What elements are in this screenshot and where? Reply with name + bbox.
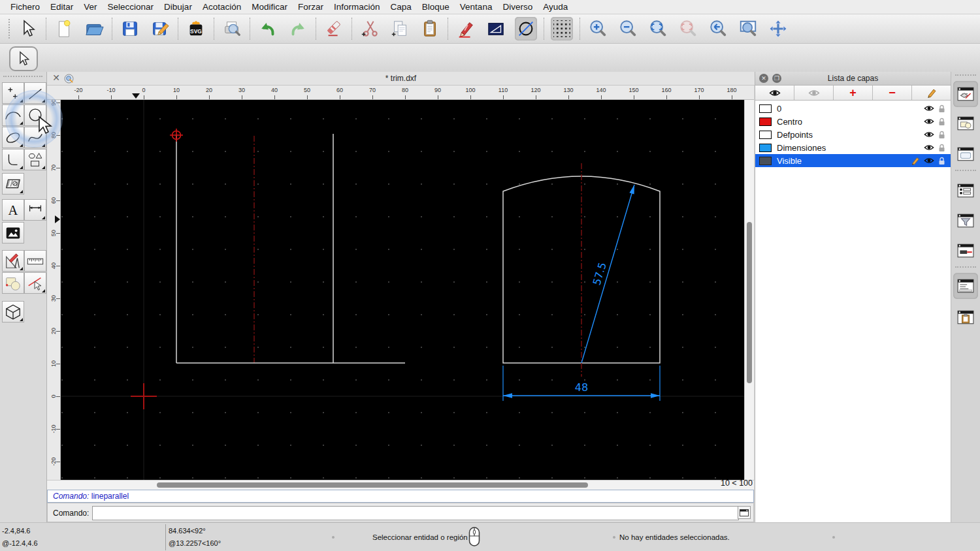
drawing-canvas[interactable]: 57.5 48 <box>61 100 744 480</box>
layer-row-defpoints[interactable]: Defpoints <box>755 128 951 141</box>
layer-visibility-toggle[interactable] <box>924 118 934 125</box>
toggle-pen-wizard-button[interactable] <box>953 238 978 264</box>
save-as-button[interactable] <box>149 17 171 40</box>
horizontal-scrollbar[interactable] <box>47 480 754 490</box>
isometric-tool-button[interactable] <box>2 301 24 323</box>
splines-tool-button[interactable] <box>24 127 46 148</box>
copy-button[interactable] <box>389 17 411 40</box>
grid-toggle-button[interactable] <box>551 17 573 40</box>
layer-row-0[interactable]: 0 <box>755 102 951 115</box>
hide-all-layers-button[interactable] <box>794 86 834 100</box>
vertical-scrollbar-thumb[interactable] <box>747 222 752 383</box>
circle-trim-button[interactable] <box>515 17 537 40</box>
selection-tool-button[interactable] <box>9 46 38 71</box>
points-tool-button[interactable] <box>2 82 24 104</box>
toggle-entity-list-button[interactable] <box>953 178 978 204</box>
ellipses-tool-button[interactable] <box>2 127 24 148</box>
polylines-tool-button[interactable] <box>2 149 24 170</box>
pencil-icon <box>456 19 476 39</box>
h-ruler-label: 50 <box>297 87 317 93</box>
layer-lock-toggle[interactable] <box>938 104 945 113</box>
menu-item-bloque[interactable]: Bloque <box>422 2 449 12</box>
menu-item-seleccionar[interactable]: Seleccionar <box>108 2 154 12</box>
zoom-auto-button[interactable] <box>647 17 669 40</box>
menu-item-fichero[interactable]: Fichero <box>10 2 40 12</box>
menu-item-acotacion[interactable]: Acotación <box>203 2 241 12</box>
layer-visibility-toggle[interactable] <box>924 144 934 151</box>
shapes-tool-button[interactable] <box>24 149 46 170</box>
layer-lock-toggle[interactable] <box>938 118 945 126</box>
paste-button[interactable] <box>419 17 441 40</box>
layer-lock-toggle[interactable] <box>938 144 945 152</box>
h-ruler-label: 60 <box>330 87 350 93</box>
show-all-layers-button[interactable] <box>755 86 794 100</box>
delete-button[interactable] <box>323 17 345 40</box>
draw-pencil-button[interactable] <box>455 17 477 40</box>
ruler-tool-button[interactable] <box>24 250 46 272</box>
layer-lock-toggle[interactable] <box>938 157 945 165</box>
toggle-library-browser-button[interactable] <box>953 141 978 167</box>
layer-name: 0 <box>777 104 924 114</box>
menu-item-forzar[interactable]: Forzar <box>298 2 323 12</box>
open-file-button[interactable] <box>83 17 105 40</box>
zoom-window-button[interactable] <box>737 17 759 40</box>
modify-tool-button[interactable] <box>2 272 24 294</box>
toggle-entity-filter-button[interactable] <box>953 208 978 234</box>
zoom-out-button[interactable] <box>617 17 639 40</box>
palette-handle[interactable] <box>3 76 42 77</box>
zoom-pan-button[interactable] <box>767 17 789 40</box>
toggle-clipboard-button[interactable] <box>953 304 978 330</box>
trim-tool-button[interactable] <box>24 272 46 294</box>
text-tool-button[interactable]: A <box>2 199 24 221</box>
toggle-command-line-button[interactable] <box>953 273 978 299</box>
menu-item-dibujar[interactable]: Dibujar <box>164 2 192 12</box>
save-button[interactable] <box>119 17 141 40</box>
add-layer-button[interactable]: + <box>834 86 873 100</box>
layer-visibility-toggle[interactable] <box>924 157 934 165</box>
zoom-in-button[interactable] <box>587 17 609 40</box>
menu-item-editar[interactable]: Editar <box>50 2 73 12</box>
dimension-diagonal[interactable]: 57.5 <box>581 185 634 363</box>
zoom-previous-button[interactable] <box>707 17 729 40</box>
horizontal-scrollbar-thumb[interactable] <box>157 482 588 488</box>
menu-item-diverso[interactable]: Diverso <box>502 2 532 12</box>
circles-tool-button[interactable] <box>24 104 46 126</box>
toolbar-handle[interactable] <box>8 19 10 39</box>
export-svg-button[interactable]: SVG <box>185 17 207 40</box>
redo-button[interactable] <box>287 17 309 40</box>
vertical-scrollbar[interactable] <box>744 100 754 480</box>
menu-item-ayuda[interactable]: Ayuda <box>543 2 568 12</box>
print-preview-button[interactable] <box>221 17 243 40</box>
cut-button[interactable] <box>359 17 381 40</box>
menu-item-capa[interactable]: Capa <box>391 2 412 12</box>
select-pointer-button[interactable] <box>17 17 39 40</box>
layer-visibility-toggle[interactable] <box>924 104 934 112</box>
layer-row-visible[interactable]: Visible <box>755 154 951 167</box>
menu-item-ventana[interactable]: Ventana <box>460 2 493 12</box>
hatch-tool-button[interactable] <box>2 173 24 195</box>
misc-tools-button[interactable] <box>2 250 24 272</box>
toggle-layer-list-button[interactable] <box>953 81 978 107</box>
menu-item-modificar[interactable]: Modificar <box>252 2 287 12</box>
layer-lock-toggle[interactable] <box>938 131 945 139</box>
zoom-selection-button[interactable] <box>677 17 699 40</box>
image-tool-button[interactable] <box>2 222 24 244</box>
layer-visibility-toggle[interactable] <box>924 131 934 138</box>
toggle-block-list-button[interactable] <box>953 110 978 136</box>
h-ruler-label: 10 <box>167 87 186 93</box>
menu-item-ver[interactable]: Ver <box>84 2 97 12</box>
undo-button[interactable] <box>257 17 279 40</box>
edit-layer-button[interactable] <box>912 86 951 100</box>
lines-tool-button[interactable] <box>24 82 46 104</box>
remove-layer-button[interactable]: − <box>873 86 912 100</box>
command-input[interactable] <box>92 506 739 520</box>
arcs-tool-button[interactable] <box>2 104 24 126</box>
layer-row-dimensiones[interactable]: Dimensiones <box>755 141 951 154</box>
layer-edit-icon[interactable] <box>911 156 920 165</box>
dimensions-tool-button[interactable] <box>24 199 46 221</box>
new-file-button[interactable] <box>53 17 75 40</box>
command-options-button[interactable] <box>738 506 751 519</box>
layer-row-centro[interactable]: Centro <box>755 115 951 128</box>
line-angle-button[interactable] <box>485 17 507 40</box>
menu-item-informacion[interactable]: Información <box>334 2 380 12</box>
